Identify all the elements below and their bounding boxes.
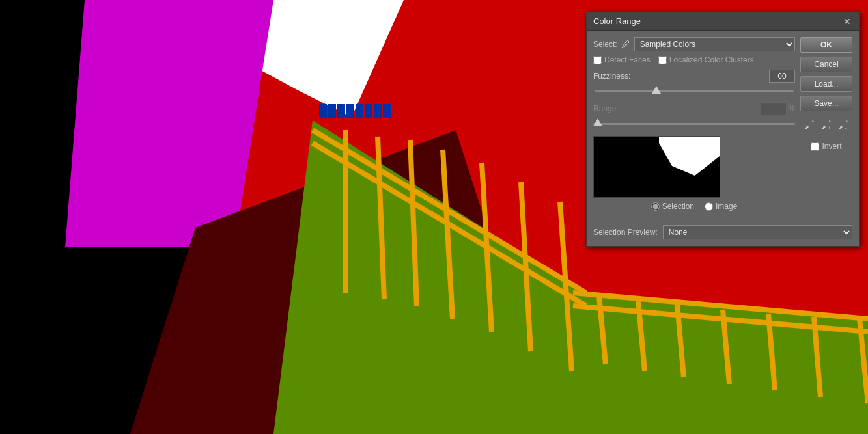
eyedropper-icon <box>804 120 815 130</box>
svg-rect-1 <box>822 128 824 129</box>
eyedroppers-row: + - <box>800 118 852 134</box>
dialog-right-panel: OK Cancel Load... Save... + <box>800 37 852 216</box>
range-input[interactable] <box>761 102 787 115</box>
fuzziness-slider-container <box>593 85 795 97</box>
range-label: Range: <box>593 104 632 113</box>
preview-box <box>593 136 720 198</box>
eyedropper-icon: 🖊 <box>621 39 630 49</box>
fuzziness-label: Fuzziness: <box>593 72 639 81</box>
range-slider[interactable] <box>593 123 795 125</box>
dialog-titlebar: Color Range ✕ <box>587 12 859 31</box>
checkboxes-row: Detect Faces Localized Color Clusters <box>593 55 795 64</box>
load-button[interactable]: Load... <box>800 76 852 92</box>
ok-button[interactable]: OK <box>800 37 852 53</box>
eyedropper-add-button[interactable]: + <box>819 118 833 134</box>
dialog-body: Select: 🖊 Sampled Colors Reds Yellows Gr… <box>587 31 859 223</box>
selection-radio-label[interactable]: Selection <box>651 202 694 211</box>
svg-text:-: - <box>845 125 847 130</box>
invert-label: Invert <box>822 142 841 151</box>
save-button[interactable]: Save... <box>800 96 852 111</box>
selection-radio[interactable] <box>651 202 660 211</box>
image-radio[interactable] <box>705 202 713 211</box>
localized-color-clusters-label[interactable]: Localized Color Clusters <box>658 55 754 64</box>
select-dropdown[interactable]: Sampled Colors Reds Yellows Greens Cyans… <box>634 37 795 51</box>
color-range-dialog: Color Range ✕ Select: 🖊 Sampled Colors R… <box>586 12 860 247</box>
eyedropper-add-icon: + <box>821 120 832 130</box>
select-row: Select: 🖊 Sampled Colors Reds Yellows Gr… <box>593 37 795 51</box>
fuzziness-input[interactable] <box>769 70 795 83</box>
detect-faces-checkbox[interactable] <box>593 56 602 64</box>
svg-rect-0 <box>805 128 807 129</box>
fuzziness-slider[interactable] <box>595 90 794 92</box>
localized-color-clusters-checkbox[interactable] <box>658 56 667 64</box>
preview-canvas <box>594 137 720 197</box>
detect-faces-label[interactable]: Detect Faces <box>593 55 651 64</box>
eyedropper-subtract-icon: - <box>838 120 848 130</box>
invert-row: Invert <box>800 142 852 151</box>
pct-label: % <box>788 104 795 113</box>
svg-rect-3 <box>839 128 841 129</box>
cancel-button[interactable]: Cancel <box>800 57 852 72</box>
selection-preview-dropdown[interactable]: None Grayscale Black Matte White Matte Q… <box>663 225 852 239</box>
eyedropper-sample-button[interactable] <box>802 118 817 134</box>
close-button[interactable]: ✕ <box>842 17 852 26</box>
selection-preview-label: Selection Preview: <box>593 228 658 237</box>
svg-text:+: + <box>828 125 831 130</box>
select-label: Select: <box>593 40 617 49</box>
range-slider-container <box>593 118 795 129</box>
range-row: Range: % <box>593 102 795 115</box>
image-radio-label[interactable]: Image <box>705 202 737 211</box>
dialog-title: Color Range <box>593 16 641 26</box>
invert-checkbox[interactable] <box>811 142 819 151</box>
fuzziness-row: Fuzziness: <box>593 70 795 83</box>
eyedropper-subtract-button[interactable]: - <box>836 118 850 134</box>
radio-row: Selection Image <box>593 202 795 211</box>
selection-preview-row: Selection Preview: None Grayscale Black … <box>587 223 859 246</box>
dialog-left-panel: Select: 🖊 Sampled Colors Reds Yellows Gr… <box>593 37 795 216</box>
